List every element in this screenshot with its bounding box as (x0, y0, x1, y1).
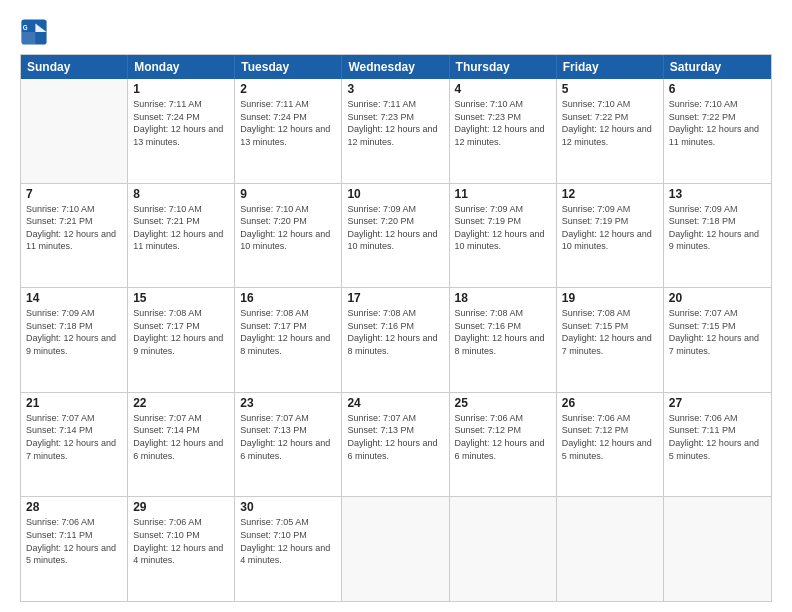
day-cell-30: 30Sunrise: 7:05 AM Sunset: 7:10 PM Dayli… (235, 497, 342, 601)
header: G (20, 18, 772, 46)
weekday-header-sunday: Sunday (21, 55, 128, 79)
day-cell-6: 6Sunrise: 7:10 AM Sunset: 7:22 PM Daylig… (664, 79, 771, 183)
day-number: 8 (133, 187, 229, 201)
calendar-body: 1Sunrise: 7:11 AM Sunset: 7:24 PM Daylig… (21, 79, 771, 601)
day-number: 2 (240, 82, 336, 96)
day-info: Sunrise: 7:06 AM Sunset: 7:12 PM Dayligh… (455, 412, 551, 462)
day-info: Sunrise: 7:08 AM Sunset: 7:15 PM Dayligh… (562, 307, 658, 357)
day-info: Sunrise: 7:10 AM Sunset: 7:21 PM Dayligh… (133, 203, 229, 253)
logo: G (20, 18, 52, 46)
day-info: Sunrise: 7:09 AM Sunset: 7:20 PM Dayligh… (347, 203, 443, 253)
weekday-header-wednesday: Wednesday (342, 55, 449, 79)
calendar-row-3: 21Sunrise: 7:07 AM Sunset: 7:14 PM Dayli… (21, 393, 771, 498)
day-info: Sunrise: 7:08 AM Sunset: 7:16 PM Dayligh… (455, 307, 551, 357)
day-cell-15: 15Sunrise: 7:08 AM Sunset: 7:17 PM Dayli… (128, 288, 235, 392)
day-info: Sunrise: 7:08 AM Sunset: 7:16 PM Dayligh… (347, 307, 443, 357)
day-cell-4: 4Sunrise: 7:10 AM Sunset: 7:23 PM Daylig… (450, 79, 557, 183)
day-cell-7: 7Sunrise: 7:10 AM Sunset: 7:21 PM Daylig… (21, 184, 128, 288)
day-cell-27: 27Sunrise: 7:06 AM Sunset: 7:11 PM Dayli… (664, 393, 771, 497)
day-info: Sunrise: 7:11 AM Sunset: 7:24 PM Dayligh… (240, 98, 336, 148)
day-cell-24: 24Sunrise: 7:07 AM Sunset: 7:13 PM Dayli… (342, 393, 449, 497)
day-number: 7 (26, 187, 122, 201)
page: G SundayMondayTuesdayWednesdayThursdayFr… (0, 0, 792, 612)
empty-cell (21, 79, 128, 183)
day-info: Sunrise: 7:06 AM Sunset: 7:11 PM Dayligh… (26, 516, 122, 566)
day-info: Sunrise: 7:06 AM Sunset: 7:11 PM Dayligh… (669, 412, 766, 462)
logo-icon: G (20, 18, 48, 46)
day-number: 20 (669, 291, 766, 305)
day-cell-26: 26Sunrise: 7:06 AM Sunset: 7:12 PM Dayli… (557, 393, 664, 497)
day-cell-16: 16Sunrise: 7:08 AM Sunset: 7:17 PM Dayli… (235, 288, 342, 392)
day-info: Sunrise: 7:11 AM Sunset: 7:24 PM Dayligh… (133, 98, 229, 148)
day-info: Sunrise: 7:08 AM Sunset: 7:17 PM Dayligh… (133, 307, 229, 357)
calendar: SundayMondayTuesdayWednesdayThursdayFrid… (20, 54, 772, 602)
svg-text:G: G (23, 24, 28, 31)
day-cell-29: 29Sunrise: 7:06 AM Sunset: 7:10 PM Dayli… (128, 497, 235, 601)
day-number: 21 (26, 396, 122, 410)
day-number: 26 (562, 396, 658, 410)
calendar-header: SundayMondayTuesdayWednesdayThursdayFrid… (21, 55, 771, 79)
day-info: Sunrise: 7:09 AM Sunset: 7:18 PM Dayligh… (26, 307, 122, 357)
day-cell-2: 2Sunrise: 7:11 AM Sunset: 7:24 PM Daylig… (235, 79, 342, 183)
calendar-row-0: 1Sunrise: 7:11 AM Sunset: 7:24 PM Daylig… (21, 79, 771, 184)
day-number: 1 (133, 82, 229, 96)
day-cell-25: 25Sunrise: 7:06 AM Sunset: 7:12 PM Dayli… (450, 393, 557, 497)
weekday-header-monday: Monday (128, 55, 235, 79)
day-number: 3 (347, 82, 443, 96)
day-number: 15 (133, 291, 229, 305)
day-info: Sunrise: 7:11 AM Sunset: 7:23 PM Dayligh… (347, 98, 443, 148)
day-cell-1: 1Sunrise: 7:11 AM Sunset: 7:24 PM Daylig… (128, 79, 235, 183)
day-number: 10 (347, 187, 443, 201)
empty-cell (557, 497, 664, 601)
day-number: 17 (347, 291, 443, 305)
day-number: 30 (240, 500, 336, 514)
day-number: 25 (455, 396, 551, 410)
day-cell-12: 12Sunrise: 7:09 AM Sunset: 7:19 PM Dayli… (557, 184, 664, 288)
day-cell-22: 22Sunrise: 7:07 AM Sunset: 7:14 PM Dayli… (128, 393, 235, 497)
weekday-header-friday: Friday (557, 55, 664, 79)
day-cell-19: 19Sunrise: 7:08 AM Sunset: 7:15 PM Dayli… (557, 288, 664, 392)
day-cell-18: 18Sunrise: 7:08 AM Sunset: 7:16 PM Dayli… (450, 288, 557, 392)
day-number: 19 (562, 291, 658, 305)
day-info: Sunrise: 7:07 AM Sunset: 7:14 PM Dayligh… (26, 412, 122, 462)
day-info: Sunrise: 7:10 AM Sunset: 7:22 PM Dayligh… (669, 98, 766, 148)
day-info: Sunrise: 7:10 AM Sunset: 7:23 PM Dayligh… (455, 98, 551, 148)
empty-cell (450, 497, 557, 601)
day-cell-10: 10Sunrise: 7:09 AM Sunset: 7:20 PM Dayli… (342, 184, 449, 288)
day-info: Sunrise: 7:05 AM Sunset: 7:10 PM Dayligh… (240, 516, 336, 566)
day-info: Sunrise: 7:10 AM Sunset: 7:22 PM Dayligh… (562, 98, 658, 148)
day-info: Sunrise: 7:09 AM Sunset: 7:19 PM Dayligh… (455, 203, 551, 253)
day-number: 11 (455, 187, 551, 201)
day-info: Sunrise: 7:07 AM Sunset: 7:13 PM Dayligh… (240, 412, 336, 462)
day-number: 13 (669, 187, 766, 201)
day-cell-20: 20Sunrise: 7:07 AM Sunset: 7:15 PM Dayli… (664, 288, 771, 392)
day-cell-14: 14Sunrise: 7:09 AM Sunset: 7:18 PM Dayli… (21, 288, 128, 392)
day-cell-3: 3Sunrise: 7:11 AM Sunset: 7:23 PM Daylig… (342, 79, 449, 183)
day-cell-28: 28Sunrise: 7:06 AM Sunset: 7:11 PM Dayli… (21, 497, 128, 601)
day-number: 23 (240, 396, 336, 410)
calendar-row-4: 28Sunrise: 7:06 AM Sunset: 7:11 PM Dayli… (21, 497, 771, 601)
day-info: Sunrise: 7:10 AM Sunset: 7:21 PM Dayligh… (26, 203, 122, 253)
day-cell-9: 9Sunrise: 7:10 AM Sunset: 7:20 PM Daylig… (235, 184, 342, 288)
day-cell-11: 11Sunrise: 7:09 AM Sunset: 7:19 PM Dayli… (450, 184, 557, 288)
day-cell-13: 13Sunrise: 7:09 AM Sunset: 7:18 PM Dayli… (664, 184, 771, 288)
day-cell-17: 17Sunrise: 7:08 AM Sunset: 7:16 PM Dayli… (342, 288, 449, 392)
day-number: 29 (133, 500, 229, 514)
day-number: 27 (669, 396, 766, 410)
calendar-row-1: 7Sunrise: 7:10 AM Sunset: 7:21 PM Daylig… (21, 184, 771, 289)
day-number: 9 (240, 187, 336, 201)
empty-cell (342, 497, 449, 601)
weekday-header-tuesday: Tuesday (235, 55, 342, 79)
weekday-header-saturday: Saturday (664, 55, 771, 79)
day-info: Sunrise: 7:06 AM Sunset: 7:10 PM Dayligh… (133, 516, 229, 566)
day-cell-5: 5Sunrise: 7:10 AM Sunset: 7:22 PM Daylig… (557, 79, 664, 183)
day-number: 14 (26, 291, 122, 305)
weekday-header-thursday: Thursday (450, 55, 557, 79)
day-number: 6 (669, 82, 766, 96)
svg-rect-2 (21, 32, 35, 45)
day-cell-21: 21Sunrise: 7:07 AM Sunset: 7:14 PM Dayli… (21, 393, 128, 497)
day-info: Sunrise: 7:07 AM Sunset: 7:13 PM Dayligh… (347, 412, 443, 462)
day-number: 28 (26, 500, 122, 514)
day-cell-23: 23Sunrise: 7:07 AM Sunset: 7:13 PM Dayli… (235, 393, 342, 497)
day-info: Sunrise: 7:07 AM Sunset: 7:14 PM Dayligh… (133, 412, 229, 462)
